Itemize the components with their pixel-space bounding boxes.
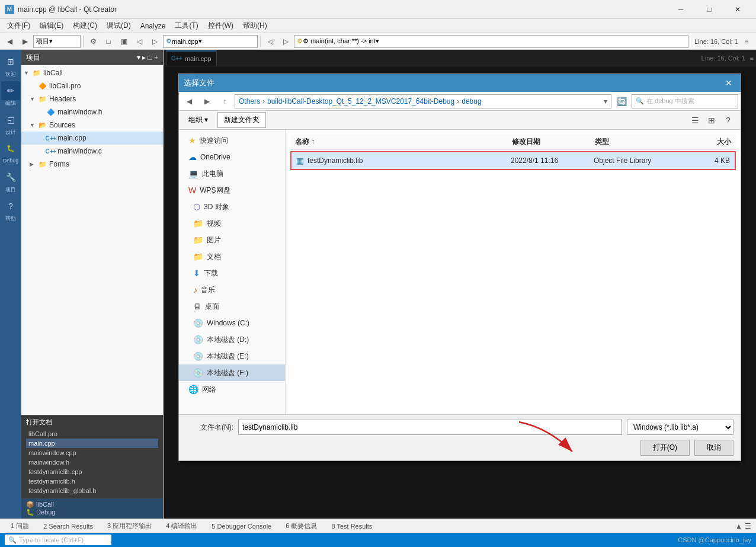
doc-item-testdynamiclib-cpp[interactable]: testdynamiclib.cpp — [26, 467, 158, 476]
tree-item-mainwindow-h[interactable]: 🔷 mainwindow.h — [21, 105, 163, 119]
close-button[interactable]: ✕ — [724, 0, 751, 19]
maximize-button[interactable]: □ — [696, 0, 723, 19]
toolbar-btn-2[interactable]: □ — [101, 34, 116, 49]
sidebar-edit-btn[interactable]: ✏ — [1, 81, 20, 100]
nav-drive-d[interactable]: 💿 本地磁盘 (D:) — [179, 331, 285, 348]
bottom-tab-debugger[interactable]: 5 Debugger Console — [206, 520, 277, 533]
nav-drive-c[interactable]: 💿 Windows (C:) — [179, 315, 285, 331]
nav-video[interactable]: 📁 视频 — [179, 215, 285, 232]
tree-item-libcall-pro[interactable]: 🔶 libCall.pro — [21, 79, 163, 92]
addr-path-debug[interactable]: debug — [462, 97, 481, 105]
addr-path-build[interactable]: build-libCall-Desktop_Qt_5_12_2_MSVC2017… — [267, 97, 454, 105]
filename-input[interactable] — [238, 420, 622, 435]
search-placeholder-text: 在 debug 中搜索 — [646, 97, 694, 105]
header-size[interactable]: 大小 — [690, 137, 731, 147]
sidebar-design-btn[interactable]: ◱ — [1, 110, 20, 129]
menu-help[interactable]: 帮助(H) — [238, 19, 272, 33]
addr-path-others[interactable]: Others — [239, 97, 260, 105]
addr-up-btn[interactable]: ↑ — [217, 94, 232, 109]
toolbar-forward-btn[interactable]: ▶ — [18, 34, 32, 49]
menu-build[interactable]: 构建(C) — [68, 19, 102, 33]
nav-drive-f[interactable]: 💿 本地磁盘 (F:) — [179, 364, 285, 381]
statusbar: 🔍 Type to locate (Ctrl+F) CSDN @Cappucci… — [0, 533, 756, 547]
menu-edit[interactable]: 编辑(E) — [35, 19, 68, 33]
tree-item-forms[interactable]: ▶ 📁 Forms — [21, 158, 163, 171]
addr-forward-btn[interactable]: ▶ — [199, 94, 214, 109]
doc-item-testdynamiclib-h[interactable]: testdynamiclib.h — [26, 476, 158, 486]
addr-refresh-btn[interactable]: 🔄 — [614, 94, 629, 109]
tree-item-libcall[interactable]: ▼ 📁 libCall — [21, 66, 163, 79]
toolbar-btn-4[interactable]: ◁ — [132, 34, 146, 49]
dialog-open-button[interactable]: 打开(O) — [640, 440, 690, 456]
addr-back-btn[interactable]: ◀ — [181, 94, 197, 109]
toolbar-btn-3[interactable]: ▣ — [117, 34, 131, 49]
doc-item-main-cpp[interactable]: main.cpp — [26, 439, 158, 448]
header-date[interactable]: 修改日期 — [512, 137, 595, 147]
bottom-tab-test[interactable]: 8 Test Results — [325, 520, 378, 533]
bottom-tab-overview[interactable]: 6 概要信息 — [280, 520, 323, 533]
view-detail-btn[interactable]: ⊞ — [704, 113, 719, 128]
project-combo[interactable]: 项目 ▾ — [33, 35, 81, 48]
menu-file[interactable]: 文件(F) — [2, 19, 35, 33]
header-type[interactable]: 类型 — [595, 137, 690, 147]
dialog-cancel-button[interactable]: 取消 — [694, 440, 733, 456]
organize-btn[interactable]: 组织 ▾ — [184, 113, 213, 127]
bottom-tab-issues[interactable]: 1 问题 — [5, 520, 35, 533]
sidebar-project-btn[interactable]: 🔧 — [1, 168, 20, 187]
toolbar-settings[interactable]: ≡ — [739, 34, 754, 49]
nav-desktop[interactable]: 🖥 桌面 — [179, 298, 285, 315]
addr-search[interactable]: 🔍 在 debug 中搜索 — [632, 94, 738, 108]
menu-controls[interactable]: 控件(W) — [203, 19, 238, 33]
toolbar-nav-back[interactable]: ◁ — [263, 34, 277, 49]
tree-item-headers[interactable]: ▼ 📁 Headers — [21, 92, 163, 105]
nav-pc-label: 此电脑 — [202, 169, 223, 179]
nav-onedrive[interactable]: ☁ OneDrive — [179, 149, 285, 165]
file-combo-label: main.cpp — [172, 38, 198, 45]
menu-debug[interactable]: 调试(D) — [102, 19, 136, 33]
nav-pic[interactable]: 📁 图片 — [179, 232, 285, 248]
new-folder-btn[interactable]: 新建文件夹 — [217, 112, 266, 128]
bottom-tab-search[interactable]: 2 Search Results — [37, 520, 99, 533]
nav-wps[interactable]: W WPS网盘 — [179, 182, 285, 199]
nav-network[interactable]: 🌐 网络 — [179, 381, 285, 398]
doc-item-mainwindow-h[interactable]: mainwindow.h — [26, 458, 158, 467]
addr-dropdown-arrow[interactable]: ▾ — [604, 97, 607, 105]
doc-item-mainwindow-cpp[interactable]: mainwindow.cpp — [26, 448, 158, 458]
tree-item-sources[interactable]: ▼ 📂 Sources — [21, 119, 163, 132]
bottom-expand-icon[interactable]: ▲ — [735, 522, 742, 530]
bottom-settings-icon[interactable]: ☰ — [745, 522, 751, 530]
view-list-btn[interactable]: ☰ — [687, 113, 703, 128]
nav-3d[interactable]: ⬡ 3D 对象 — [179, 199, 285, 215]
minimize-button[interactable]: ─ — [667, 0, 694, 19]
sidebar-debug-btn[interactable]: 🐛 — [1, 139, 20, 158]
toolbar-btn-5[interactable]: ▷ — [148, 34, 162, 49]
tree-item-main-cpp[interactable]: C++ main.cpp — [21, 132, 163, 145]
sidebar-help-btn[interactable]: ? — [1, 197, 20, 216]
nav-doc[interactable]: 📁 文档 — [179, 248, 285, 265]
filter-select[interactable]: Windows (*.lib lib*.a) — [627, 420, 733, 435]
bottom-tab-app-output[interactable]: 3 应用程序输出 — [101, 520, 158, 533]
nav-drive-e[interactable]: 💿 本地磁盘 (E:) — [179, 348, 285, 364]
menu-analyze[interactable]: Analyze — [136, 19, 171, 33]
search-box[interactable]: 🔍 Type to locate (Ctrl+F) — [5, 535, 111, 545]
file-combo[interactable]: ⚙ main.cpp ▾ — [163, 35, 258, 48]
dialog-close-button[interactable]: ✕ — [722, 76, 736, 90]
nav-dl[interactable]: ⬇ 下载 — [179, 265, 285, 282]
doc-item-testdynamiclib-global-h[interactable]: testdynamiclib_global.h — [26, 486, 158, 495]
bottom-tab-compile-output[interactable]: 4 编译输出 — [160, 520, 203, 533]
header-name[interactable]: 名称 ↑ — [295, 137, 512, 147]
func-combo[interactable]: ⚙ ⚙ main(int, char **) -> int ▾ — [294, 35, 688, 48]
addr-path[interactable]: Others › build-libCall-Desktop_Qt_5_12_2… — [235, 94, 611, 108]
doc-item-libcall-pro[interactable]: libCall.pro — [26, 429, 158, 439]
menu-tools[interactable]: 工具(T) — [170, 19, 203, 33]
nav-pc[interactable]: 💻 此电脑 — [179, 165, 285, 182]
sidebar-welcome-btn[interactable]: ⊞ — [1, 52, 20, 71]
toolbar-back-btn[interactable]: ◀ — [2, 34, 17, 49]
tree-item-mainwindow-cpp[interactable]: C++ mainwindow.c — [21, 145, 163, 158]
dialog-help-btn[interactable]: ? — [720, 113, 736, 128]
nav-music[interactable]: ♪ 音乐 — [179, 282, 285, 298]
nav-quick-access[interactable]: ★ 快速访问 — [179, 132, 285, 149]
toolbar-nav-fwd[interactable]: ▷ — [278, 34, 293, 49]
file-row-lib[interactable]: ▦ testDynamiclib.lib 2022/8/1 11:16 Obje… — [290, 151, 736, 170]
toolbar-btn-1[interactable]: ⚙ — [86, 34, 100, 49]
